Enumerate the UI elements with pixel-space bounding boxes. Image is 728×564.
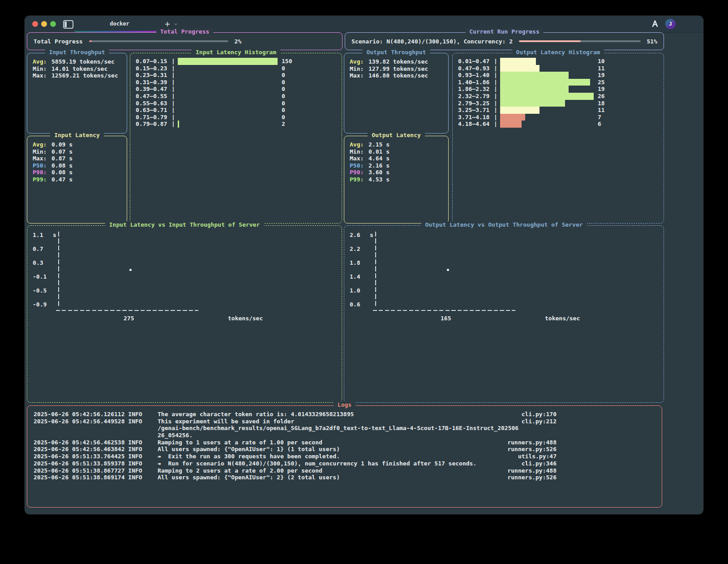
metric-row: Avg:2.15 s [350, 141, 443, 148]
log-row: 2025-06-26 05:42:56.462538 INFORamping t… [34, 439, 557, 446]
y-tick-label: 1.8 [350, 259, 360, 266]
histogram-row: 3.25–3.71|11 [458, 107, 660, 114]
histogram-bin-range: 0.79–0.87 [136, 121, 169, 128]
histogram-axis-tick: | [491, 65, 500, 72]
log-file-ref: cli.py:346 [503, 460, 557, 467]
log-rows: 2025-06-26 05:42:56.126112 INFOThe avera… [27, 406, 662, 481]
y-axis-unit: s [370, 232, 373, 238]
histogram-axis-tick: | [169, 93, 178, 100]
metric-row: P50:0.08 s [33, 162, 121, 169]
panel-title: Total Progress [156, 28, 214, 35]
histogram-bar-area [500, 79, 594, 86]
histogram-axis-tick: | [169, 107, 178, 114]
y-tick-label: 0.3 [33, 259, 43, 266]
metric-row: Max:12569.21 tokens/sec [33, 72, 121, 79]
log-file-ref: runners.py:526 [503, 474, 557, 481]
log-row: /genai-bench/benchmark_results/openai_SG… [34, 425, 557, 432]
log-row: 2025-06-26 05:42:56.449528 INFOThis expe… [34, 418, 557, 425]
warp-logo-icon[interactable] [651, 20, 659, 28]
histogram-bin-range: 0.23–0.31 [136, 72, 169, 79]
metric-label: Min: [350, 65, 368, 73]
log-timestamp: 2025-06-26 05:51:33.764425 INFO [34, 453, 158, 460]
histogram-bar [500, 58, 536, 65]
zoom-window-button[interactable] [50, 21, 56, 27]
metric-label: Avg: [350, 141, 368, 148]
histogram-bin-range: 0.07–0.15 [136, 58, 169, 65]
histogram-bar-area [178, 65, 278, 72]
input-latency-histogram-rows: 0.07–0.15|1500.15–0.23|00.23–0.31|00.31–… [130, 53, 342, 128]
histogram-count: 19 [598, 72, 605, 79]
minimize-window-button[interactable] [41, 21, 47, 27]
close-window-button[interactable] [32, 21, 38, 27]
output-throughput-metrics: Avg:139.82 tokens/secMin:127.99 tokens/s… [344, 53, 448, 84]
metric-label: Max: [350, 155, 368, 162]
histogram-axis-tick: | [491, 107, 500, 114]
titlebar: docker + ⌄ J [25, 16, 703, 33]
terminal-window: docker + ⌄ J Total Progress Total Progre… [25, 16, 703, 514]
histogram-count: 150 [282, 58, 292, 65]
output-throughput-panel: Output Throughput Avg:139.82 tokens/secM… [344, 53, 449, 133]
sidebar-toggle-icon[interactable] [63, 20, 73, 29]
histogram-axis-tick: | [169, 100, 178, 107]
histogram-axis-tick: | [169, 58, 178, 65]
histogram-bar-area [178, 58, 278, 65]
histogram-count: 7 [598, 114, 601, 121]
panel-title: Input Throughput [45, 49, 109, 56]
histogram-count: 0 [282, 86, 285, 93]
tab-title: docker [110, 21, 129, 27]
y-tick-label: -0.1 [33, 273, 47, 280]
log-row: 2025-06-26 05:51:33.764425 INFO↠ Exit th… [34, 453, 557, 460]
tab-docker[interactable]: docker [75, 16, 164, 32]
histogram-axis-tick: | [169, 72, 178, 79]
histogram-axis-tick: | [491, 114, 500, 121]
histogram-axis-tick: | [491, 121, 500, 128]
histogram-axis-tick: | [169, 86, 178, 93]
log-timestamp: 2025-06-26 05:42:56.449528 INFO [34, 418, 158, 425]
histogram-count: 0 [282, 100, 285, 107]
histogram-bin-range: 0.01–0.47 [458, 58, 491, 65]
log-message: This experiment will be saved in folder [158, 418, 503, 425]
metric-value: 0.08 s [51, 162, 73, 169]
output-latency-histogram-rows: 0.01–0.47|100.47–0.93|110.93–1.40|191.40… [453, 53, 664, 128]
histogram-axis-tick: | [169, 79, 178, 86]
histogram-count: 18 [598, 100, 605, 107]
histogram-bin-range: 3.71–4.18 [458, 114, 491, 121]
log-timestamp: 2025-06-26 05:42:56.126112 INFO [34, 411, 158, 418]
histogram-bar [500, 79, 590, 86]
panel-title: Output Latency vs Output Throughput of S… [421, 221, 587, 228]
histogram-bin-range: 0.55–0.63 [136, 100, 169, 107]
scatter-point [447, 269, 449, 271]
histogram-bar-area [500, 107, 594, 114]
metric-label: P99: [350, 176, 368, 183]
metric-row: Max:0.87 s [33, 155, 121, 162]
metric-value: 127.99 tokens/sec [368, 65, 428, 73]
input-throughput-panel: Input Throughput Avg:5859.19 tokens/secM… [27, 53, 127, 133]
current-run-progress-percent: 51% [647, 38, 657, 45]
metric-value: 139.82 tokens/sec [368, 58, 428, 65]
metric-value: 146.80 tokens/sec [368, 72, 428, 79]
histogram-bar-area [178, 107, 278, 114]
metric-row: Max:146.80 tokens/sec [350, 72, 443, 79]
y-tick-label: 2.6 [350, 232, 360, 238]
histogram-bin-range: 3.25–3.71 [458, 107, 491, 114]
panel-title: Output Latency [368, 132, 425, 138]
metric-label: P90: [350, 169, 368, 176]
metric-value: 3.60 s [368, 169, 390, 176]
total-progress-label: Total Progress [34, 38, 83, 45]
histogram-bin-range: 0.47–0.55 [136, 93, 169, 100]
metric-label: Min: [33, 148, 51, 155]
metric-row: Min:127.99 tokens/sec [350, 65, 443, 73]
log-timestamp: 2025-06-26 05:51:38.869174 INFO [34, 474, 158, 481]
metric-label: Max: [33, 155, 51, 162]
histogram-count: 0 [282, 107, 285, 114]
log-row: 2025-06-26 05:51:38.867727 INFORamping t… [34, 467, 557, 474]
metric-label: Avg: [33, 58, 51, 65]
input-scatter-panel: Input Latency vs Input Throughput of Ser… [27, 225, 342, 403]
logs-panel: Logs 2025-06-26 05:42:56.126112 INFOThe … [27, 405, 662, 508]
metric-value: 14.01 tokens/sec [51, 65, 107, 73]
chevron-down-icon[interactable]: ⌄ [174, 20, 177, 26]
log-timestamp: 2025-06-26 05:51:38.867727 INFO [34, 467, 158, 474]
histogram-bar-area [500, 114, 594, 121]
avatar[interactable]: J [665, 19, 676, 29]
x-axis-unit: tokens/sec [545, 315, 580, 322]
